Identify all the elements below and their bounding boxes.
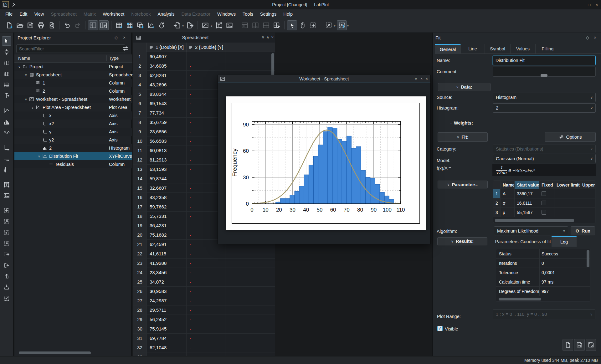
spreadsheet-row-29[interactable]: 2956,2452-	[133, 315, 275, 324]
zoom-region-button[interactable]	[2, 206, 11, 215]
tree-item-plot-area-spreadsheet[interactable]: ∨Plot Area - SpreadsheetPlot Area	[14, 103, 132, 111]
export-button[interactable]	[185, 20, 195, 30]
menu-file[interactable]: File	[2, 12, 16, 17]
select-y-region-tool-button[interactable]	[2, 80, 11, 90]
histogram-dropdown[interactable]: 2∨	[493, 103, 596, 113]
column-header-2[interactable]: 2 {Double} [Y]	[187, 43, 225, 52]
float-dock-icon[interactable]: ◇	[113, 35, 120, 40]
param-row-μ[interactable]: 3μ55,1567	[493, 208, 595, 217]
tree-item-2[interactable]: 2Histogram	[14, 144, 132, 152]
fit-tab-line[interactable]: Line	[461, 44, 485, 54]
close-dock-icon[interactable]: ×	[271, 35, 274, 39]
fit-tab-values[interactable]: Values	[511, 44, 536, 54]
spreadsheet-row-27[interactable]: 2724,2987-	[133, 296, 275, 305]
new-spreadsheet-button[interactable]	[114, 20, 124, 30]
new-image-button[interactable]	[224, 20, 234, 30]
results-tab-log[interactable]: Log	[552, 236, 577, 247]
new-project-button[interactable]	[4, 20, 14, 30]
worksheet-window[interactable]: Worksheet - Spreadsheet ∨ ∧ × 0306090010…	[218, 75, 431, 244]
crosshair-tool-button[interactable]	[2, 47, 11, 57]
add-axis-corner-button[interactable]	[2, 143, 11, 152]
new-plot-button[interactable]	[146, 20, 156, 30]
add-text-label-button[interactable]	[2, 180, 11, 189]
zoom-fit-selection-button[interactable]	[2, 294, 11, 303]
spreadsheet-row-33[interactable]: 33	[133, 352, 275, 356]
model-dropdown[interactable]: Gaussian (Normal)∨	[493, 154, 596, 163]
param-col-row[interactable]	[493, 181, 501, 189]
menu-windows[interactable]: Windows	[214, 12, 239, 17]
shift-left-x-button[interactable]	[2, 261, 11, 270]
spreadsheet-row-2[interactable]: 234,6085-	[133, 61, 275, 71]
param-row-σ[interactable]: 2σ16,0111	[493, 198, 595, 208]
close-button[interactable]: ×	[595, 3, 598, 7]
param-col-name[interactable]: Name	[501, 181, 515, 189]
param-col-upper-limit[interactable]: Upper limit	[580, 181, 595, 189]
param-row-A[interactable]: 1A3360,17	[493, 189, 595, 198]
filter-options-icon[interactable]	[122, 45, 129, 52]
source-dropdown[interactable]: Histogram∨	[493, 93, 596, 102]
results-section-button[interactable]: ∨Results:	[437, 237, 487, 245]
spreadsheet-row-23[interactable]: 2341,9288-	[133, 259, 275, 268]
spreadsheet-row-31[interactable]: 3169,7784-	[133, 334, 275, 343]
spreadsheet-row-30[interactable]: 3075,9145-	[133, 324, 275, 334]
tree-item-y[interactable]: yAxis	[14, 128, 132, 136]
log-vscrollbar[interactable]	[587, 250, 589, 300]
fit-tab-symbol[interactable]: Symbol	[485, 44, 511, 54]
open-project-button[interactable]	[15, 20, 25, 30]
minimize-dock-icon[interactable]: ∨	[261, 35, 265, 39]
tree-item-1[interactable]: 1Column	[14, 79, 132, 87]
tree-item-y2[interactable]: y2Axis	[14, 136, 132, 144]
corner-cell[interactable]	[133, 43, 146, 52]
fixed-checkbox[interactable]	[542, 191, 546, 196]
fit-tab-filling[interactable]: Filling	[536, 44, 560, 54]
param-col-start-value[interactable]: Start value	[515, 181, 539, 189]
magnification-menu-chevron-icon[interactable]: ∨	[347, 24, 349, 27]
column-header-name[interactable]: Name	[18, 56, 30, 61]
algorithm-dropdown[interactable]: Maximum Likelihood∨	[494, 226, 568, 235]
import-button[interactable]	[172, 20, 182, 30]
new-fit-button[interactable]	[562, 339, 573, 351]
close-dock-icon[interactable]: ×	[592, 35, 598, 40]
horizontal-scrollbar[interactable]	[17, 351, 130, 354]
restore-dock-icon[interactable]: ∧	[266, 35, 270, 39]
tree-item-x2[interactable]: x2Axis	[14, 120, 132, 128]
close-icon[interactable]: ×	[426, 77, 428, 81]
select-region-tool-button[interactable]	[2, 58, 11, 68]
parameters-table[interactable]: NameStart valueFixedLower limitUpper lim…	[493, 181, 595, 223]
toggle-properties-explorer-button[interactable]	[99, 20, 109, 30]
expander-chevron-icon[interactable]: ∨	[24, 98, 28, 101]
results-log-table[interactable]: StatusSuccessIterations0Tolerance0,0001C…	[496, 249, 590, 301]
color-maps-button[interactable]	[157, 20, 167, 30]
auto-fit-button[interactable]	[324, 20, 334, 30]
parameters-section-button[interactable]: ∨Parameters:	[438, 181, 488, 188]
float-dock-icon[interactable]: ◇	[584, 35, 591, 40]
expander-chevron-icon[interactable]: ∨	[24, 73, 28, 77]
spreadsheet-row-28[interactable]: 2829,5711-	[133, 305, 275, 315]
close-dock-icon[interactable]: ×	[121, 35, 128, 40]
maximize-button[interactable]: □	[588, 3, 591, 7]
add-axis-horizontal-button[interactable]	[2, 154, 11, 163]
zoom-select-mode-button[interactable]	[308, 20, 318, 30]
spreadsheet-row-32[interactable]: 3262,1048-	[133, 343, 275, 352]
column-header-type[interactable]: Type	[109, 56, 119, 61]
spreadsheet-row-24[interactable]: 2423,3456-	[133, 268, 275, 277]
tree-item-distribution-fit[interactable]: ∨Distribution FitXYFitCurve	[14, 152, 132, 160]
tree-item-spreadsheet[interactable]: ∨SpreadsheetSpreadsheet	[14, 71, 132, 79]
new-workbook-button[interactable]	[135, 20, 145, 30]
menu-help[interactable]: Help	[280, 12, 296, 17]
comment-resize-grip[interactable]	[541, 74, 547, 77]
save-results-button[interactable]	[574, 339, 585, 351]
maximize-icon[interactable]: ∧	[420, 77, 423, 81]
scale-auto-y-button[interactable]	[2, 272, 11, 281]
fixed-checkbox[interactable]	[542, 201, 546, 205]
zoom-in-region-button[interactable]	[2, 217, 11, 226]
menu-tools[interactable]: Tools	[239, 12, 257, 17]
auto-fit-menu-chevron-icon[interactable]: ∨	[334, 24, 336, 27]
scale-auto-button[interactable]	[2, 239, 11, 248]
new-matrix-button[interactable]	[125, 20, 135, 30]
param-col-lower-limit[interactable]: Lower limit	[554, 181, 580, 189]
new-plot-area-menu-chevron-icon[interactable]: ∨	[210, 24, 213, 27]
navigate-mode-button[interactable]	[298, 20, 308, 30]
save-project-button[interactable]	[25, 20, 35, 30]
print-preview-button[interactable]	[47, 20, 57, 30]
